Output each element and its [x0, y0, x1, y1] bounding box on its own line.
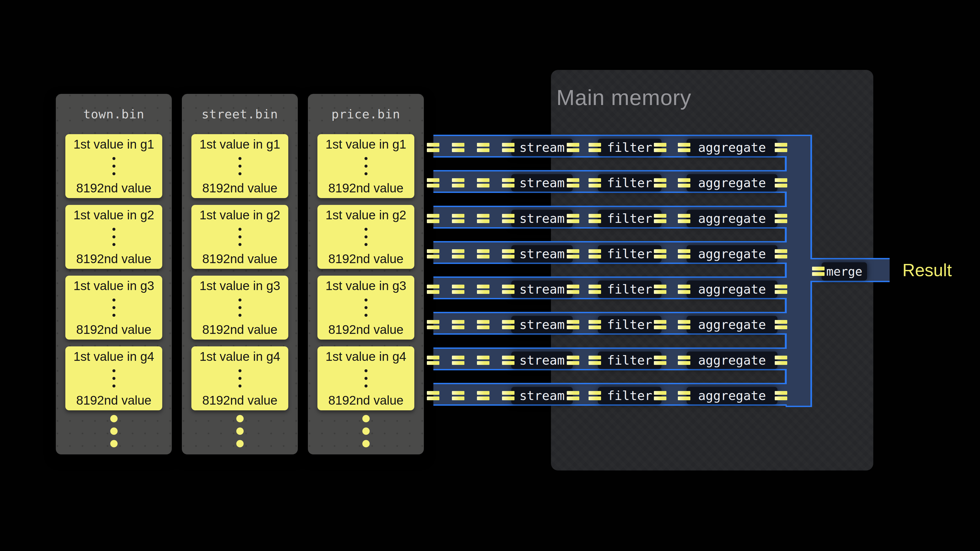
spine-border [810, 135, 812, 259]
notch-cap [785, 335, 787, 348]
data-flow-dash-icon [589, 284, 601, 294]
data-flow-dash-icon [775, 143, 787, 152]
data-flow-dash-icon [654, 178, 667, 187]
data-flow-dash-icon [775, 284, 787, 294]
data-flow-dash-icon [678, 356, 690, 365]
aggregate-operator-box: aggregate [687, 210, 778, 227]
merge-spine-channel [786, 135, 812, 407]
data-flow-dash-icon [452, 356, 465, 365]
data-flow-dash-icon [452, 178, 465, 187]
stream-operator-box: stream [511, 210, 573, 227]
notch-cap [785, 370, 787, 383]
pipeline-row: streamfilteraggregate [433, 276, 787, 299]
aggregate-operator-box: aggregate [687, 351, 778, 369]
aggregate-operator-box: aggregate [687, 316, 778, 333]
aggregate-operator-box: aggregate [687, 174, 778, 192]
stream-operator-box: stream [511, 281, 573, 298]
data-flow-dash-icon [427, 284, 439, 294]
data-flow-dash-icon [775, 249, 787, 259]
data-flow-dash-icon [477, 320, 490, 329]
data-flow-dash-icon [452, 249, 465, 259]
data-flow-dash-icon [775, 320, 787, 329]
data-flow-dash-icon [477, 391, 490, 400]
data-flow-dash-icon [775, 214, 787, 223]
filter-operator-box: filter [598, 210, 662, 227]
data-flow-dash-icon [678, 320, 690, 329]
data-flow-dash-icon [589, 320, 601, 329]
filter-operator-box: filter [598, 387, 662, 404]
data-flow-dash-icon [502, 249, 514, 259]
filter-operator-box: filter [598, 316, 662, 333]
pipeline-row: streamfilteraggregate [433, 241, 787, 264]
pipeline-row: streamfilteraggregate [433, 312, 787, 335]
data-flow-dash-icon [477, 284, 490, 294]
data-flow-dash-icon [654, 356, 667, 365]
data-flow-dash-icon [567, 178, 579, 187]
filter-operator-box: filter [598, 245, 662, 263]
data-flow-dash-icon [654, 214, 667, 223]
data-flow-dash-icon [678, 284, 690, 294]
result-label: Result [902, 260, 952, 280]
data-flow-dash-icon [502, 178, 514, 187]
data-flow-dash-icon [589, 214, 601, 223]
data-flow-dash-icon [567, 391, 579, 400]
stream-operator-box: stream [511, 387, 573, 404]
data-flow-dash-icon [502, 214, 514, 223]
merge-operator-box: merge [822, 262, 867, 281]
notch-cap [785, 157, 787, 170]
filter-operator-box: filter [598, 351, 662, 369]
data-flow-dash-icon [427, 214, 439, 223]
data-flow-dash-icon [477, 249, 490, 259]
data-flow-dash-icon [427, 356, 439, 365]
pipeline-assembly: streamfilteraggregate streamfilteraggreg… [0, 0, 980, 551]
stream-operator-box: stream [511, 316, 573, 333]
data-flow-dash-icon [502, 320, 514, 329]
data-flow-dash-icon [589, 249, 601, 259]
filter-operator-box: filter [598, 139, 662, 156]
data-flow-dash-icon [678, 178, 690, 187]
aggregate-operator-box: aggregate [687, 139, 778, 156]
data-flow-dash-icon [654, 320, 667, 329]
data-flow-dash-icon [477, 178, 490, 187]
data-flow-dash-icon [567, 320, 579, 329]
data-flow-dash-icon [427, 249, 439, 259]
notch-cap [785, 264, 787, 276]
data-flow-dash-icon [452, 391, 465, 400]
data-flow-dash-icon [654, 391, 667, 400]
data-flow-dash-icon [775, 391, 787, 400]
data-flow-dash-icon [477, 143, 490, 152]
filter-operator-box: filter [598, 174, 662, 192]
data-flow-dash-icon [654, 143, 667, 152]
pipeline-row: streamfilteraggregate [433, 348, 787, 370]
data-flow-dash-icon [502, 143, 514, 152]
data-flow-dash-icon [589, 178, 601, 187]
pipeline-row: streamfilteraggregate [433, 135, 787, 157]
data-flow-dash-icon [678, 391, 690, 400]
pipeline-row: streamfilteraggregate [433, 170, 787, 193]
data-flow-dash-icon [427, 391, 439, 400]
filter-operator-box: filter [598, 281, 662, 298]
data-flow-dash-icon [477, 214, 490, 223]
data-flow-dash-icon [678, 249, 690, 259]
data-flow-dash-icon [775, 356, 787, 365]
data-flow-dash-icon [452, 320, 465, 329]
stream-operator-box: stream [511, 245, 573, 263]
stream-operator-box: stream [511, 139, 573, 156]
data-flow-dash-icon [502, 356, 514, 365]
data-flow-dash-icon [589, 391, 601, 400]
data-flow-dash-icon [427, 143, 439, 152]
data-flow-dash-icon [678, 214, 690, 223]
data-flow-dash-icon [502, 284, 514, 294]
data-flow-dash-icon [567, 249, 579, 259]
data-flow-dash-icon [567, 143, 579, 152]
data-flow-dash-icon [589, 143, 601, 152]
notch-cap [785, 193, 787, 206]
data-flow-dash-icon [427, 178, 439, 187]
data-flow-dash-icon [654, 249, 667, 259]
diagram-canvas: town.bin 1st value in g1 8192nd value 1s… [0, 0, 980, 551]
data-flow-dash-icon [678, 143, 690, 152]
pipeline-row: streamfilteraggregate [433, 383, 787, 406]
aggregate-operator-box: aggregate [687, 387, 778, 404]
data-flow-dash-icon [812, 267, 824, 276]
data-flow-dash-icon [654, 284, 667, 294]
